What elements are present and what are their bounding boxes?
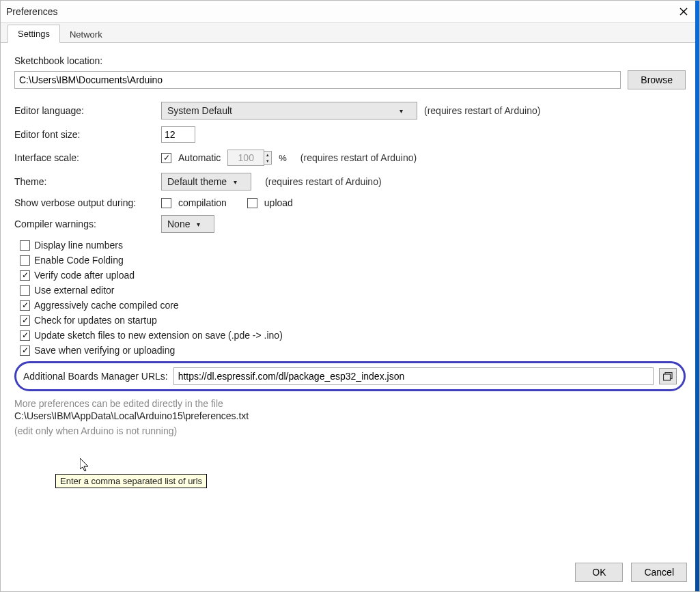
tooltip: Enter a comma separated list of urls (55, 474, 207, 488)
boards-url-row: Additional Boards Manager URLs: (14, 361, 686, 391)
font-size-input[interactable] (161, 126, 195, 143)
theme-select[interactable]: Default theme ▾ (161, 173, 251, 191)
verbose-upload-label: upload (264, 197, 293, 208)
svg-rect-3 (663, 374, 670, 380)
verbose-compile-checkbox[interactable] (161, 198, 171, 208)
external-editor-checkbox[interactable] (20, 285, 30, 296)
verbose-compile-label: compilation (178, 197, 227, 208)
scale-spinner[interactable]: ▴▾ (227, 150, 272, 166)
verbose-upload-checkbox[interactable] (247, 198, 257, 208)
scale-hint: (requires restart of Arduino) (300, 152, 417, 163)
more-prefs-hint: More preferences can be edited directly … (14, 398, 686, 409)
verify-after-upload-checkbox[interactable] (20, 270, 30, 281)
display-line-numbers-checkbox[interactable] (20, 240, 30, 251)
edit-only-hint: (edit only when Arduino is not running) (14, 425, 686, 436)
chevron-down-icon: ▾ (234, 178, 237, 186)
close-icon (680, 8, 688, 16)
code-folding-label: Enable Code Folding (34, 255, 124, 266)
verify-after-upload-label: Verify code after upload (34, 270, 135, 281)
font-size-label: Editor font size: (14, 129, 154, 140)
prefs-path[interactable]: C:\Users\IBM\AppData\Local\Arduino15\pre… (14, 410, 686, 421)
spin-up-icon[interactable]: ▴ (264, 152, 271, 158)
spin-down-icon[interactable]: ▾ (264, 158, 271, 164)
boards-url-input[interactable] (173, 367, 654, 385)
update-extension-label: Update sketch files to new extension on … (34, 330, 283, 341)
tab-settings[interactable]: Settings (8, 25, 60, 43)
cache-core-checkbox[interactable] (20, 300, 30, 311)
editor-language-label: Editor language: (14, 105, 154, 116)
editor-language-select[interactable]: System Default ▾ (161, 102, 417, 119)
window-icon (663, 372, 673, 381)
check-updates-checkbox[interactable] (20, 315, 30, 326)
save-on-verify-checkbox[interactable] (20, 346, 30, 356)
code-folding-checkbox[interactable] (20, 255, 30, 266)
tab-row: Settings Network (1, 23, 699, 43)
browse-button[interactable]: Browse (628, 70, 686, 89)
scale-value-input (227, 150, 264, 166)
theme-value: Default theme (167, 176, 227, 187)
close-button[interactable] (673, 3, 694, 20)
sketchbook-label: Sketchbook location: (14, 55, 686, 66)
update-extension-checkbox[interactable] (20, 330, 30, 341)
save-on-verify-label: Save when verifying or uploading (34, 345, 175, 356)
theme-hint: (requires restart of Arduino) (265, 176, 381, 187)
cancel-button[interactable]: Cancel (631, 563, 687, 582)
display-line-numbers-label: Display line numbers (34, 240, 123, 251)
ok-button[interactable]: OK (575, 563, 623, 582)
chevron-down-icon: ▾ (197, 221, 200, 228)
window-title: Preferences (6, 6, 57, 17)
verbose-label: Show verbose output during: (14, 197, 154, 208)
boards-url-label: Additional Boards Manager URLs: (23, 371, 168, 382)
theme-label: Theme: (14, 176, 154, 187)
compiler-warnings-value: None (167, 219, 190, 229)
scale-auto-checkbox[interactable] (161, 153, 171, 163)
language-hint: (requires restart of Arduino) (424, 105, 540, 116)
tab-network[interactable]: Network (60, 26, 112, 43)
editor-language-value: System Default (167, 105, 232, 116)
boards-url-expand-button[interactable] (659, 368, 677, 384)
external-editor-label: Use external editor (34, 285, 115, 296)
sketchbook-input[interactable] (14, 71, 621, 89)
check-updates-label: Check for updates on startup (34, 315, 157, 326)
titlebar: Preferences (1, 1, 699, 23)
cache-core-label: Aggressively cache compiled core (34, 300, 179, 311)
chevron-down-icon: ▾ (400, 107, 403, 115)
percent-sign: % (279, 153, 287, 163)
interface-scale-label: Interface scale: (14, 152, 154, 163)
compiler-warnings-select[interactable]: None ▾ (161, 215, 214, 233)
scale-auto-label: Automatic (178, 152, 221, 163)
compiler-warnings-label: Compiler warnings: (14, 219, 154, 229)
button-bar: OK Cancel (1, 556, 699, 591)
